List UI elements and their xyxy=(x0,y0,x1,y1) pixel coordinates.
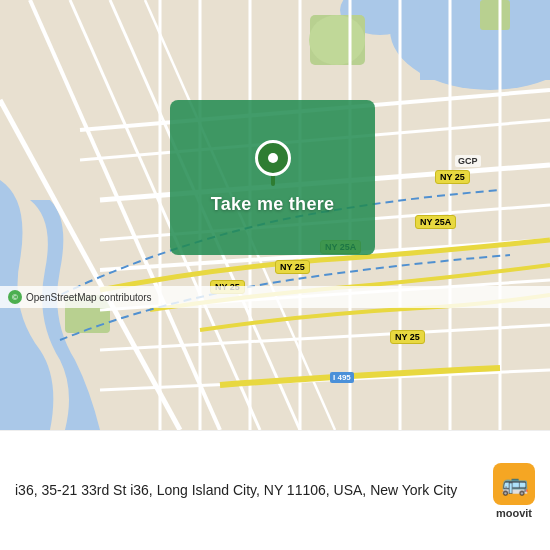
route-badge-ny25-2: NY 25 xyxy=(275,260,310,274)
svg-rect-7 xyxy=(480,0,510,30)
address-text-container: i36, 35-21 33rd St i36, Long Island City… xyxy=(15,481,478,501)
info-bar: i36, 35-21 33rd St i36, Long Island City… xyxy=(0,430,550,550)
moovit-label: moovit xyxy=(496,507,532,519)
route-badge-ny25-4: NY 25 xyxy=(435,170,470,184)
highway-badge-i495: I 495 xyxy=(330,372,354,383)
address-label: i36, 35-21 33rd St i36, Long Island City… xyxy=(15,482,457,498)
route-badge-ny25-3: NY 25 xyxy=(390,330,425,344)
osm-credit-text: OpenStreetMap contributors xyxy=(26,292,152,303)
route-badge-ny25a-2: NY 25A xyxy=(415,215,456,229)
take-me-there-button[interactable]: Take me there xyxy=(211,194,335,215)
map-container: NY 25 NY 25 NY 25A NY 25A NY 25 NY 25 I … xyxy=(0,0,550,430)
take-me-there-overlay: Take me there xyxy=(170,100,375,255)
svg-point-5 xyxy=(309,15,365,65)
osm-credit-bar: © OpenStreetMap contributors xyxy=(0,286,550,308)
location-pin-icon xyxy=(255,140,291,184)
moovit-logo: 🚌 moovit xyxy=(493,463,535,519)
gcp-label: GCP xyxy=(455,155,481,167)
osm-logo-icon: © xyxy=(8,290,22,304)
moovit-icon: 🚌 xyxy=(493,463,535,505)
